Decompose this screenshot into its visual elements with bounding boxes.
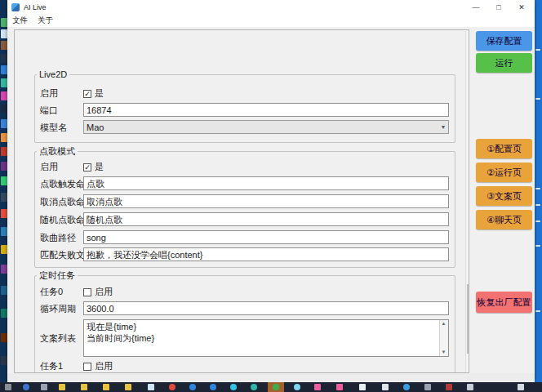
taskbar-app-icon[interactable]	[446, 384, 452, 390]
live2d-enable-checkbox[interactable]: ✓	[83, 90, 91, 98]
taskbar-app-icon[interactable]	[230, 384, 237, 390]
desktop-text-fragment	[535, 245, 540, 247]
group-live2d-title: Live2D	[37, 69, 69, 79]
desktop-text-fragment	[535, 220, 540, 222]
port-input[interactable]: 16874	[83, 103, 449, 117]
task0-label: 任务0	[40, 286, 63, 297]
title-bar[interactable]: AI Live	[7, 0, 535, 15]
scroll-up-icon[interactable]: ▲	[440, 320, 447, 327]
group-song-title: 点歌模式	[37, 145, 78, 158]
chevron-down-icon: ▾	[442, 122, 445, 133]
song-enable-label: 启用	[40, 161, 58, 172]
scroll-down-icon[interactable]: ▼	[467, 363, 469, 372]
task0-textarea-scrollbar[interactable]: ▲ ▼	[439, 320, 448, 356]
scroll-up-icon[interactable]: ▲	[467, 31, 469, 40]
factory-reset-button[interactable]: 恢复出厂配置	[476, 292, 532, 313]
maximize-button[interactable]: □	[487, 0, 510, 15]
song-path-label: 歌曲路径	[40, 232, 76, 243]
save-config-button[interactable]: 保存配置	[476, 31, 532, 51]
taskbar-app-icon[interactable]	[424, 384, 431, 390]
taskbar-app-icon[interactable]	[41, 384, 47, 390]
menu-about[interactable]: 关于	[33, 15, 58, 27]
task0-cycle-label: 循环周期	[40, 303, 76, 314]
taskbar-app-icon[interactable]	[336, 384, 343, 390]
song-enable-checkbox[interactable]: ✓	[83, 163, 91, 172]
song-random-input[interactable]: 随机点歌	[83, 212, 449, 226]
taskbar-app-icon[interactable]	[81, 384, 87, 390]
model-select-value: Mao	[87, 122, 104, 132]
task0-cycle-input[interactable]: 3600.0	[83, 301, 449, 315]
taskbar-app-icon[interactable]	[382, 384, 389, 390]
taskbar-app-icon[interactable]	[189, 384, 196, 390]
nav-config-page-button[interactable]: ①配置页	[476, 139, 532, 158]
taskbar-app-icon[interactable]	[103, 384, 109, 390]
task0-enable-row: 启用	[83, 286, 113, 298]
nav-run-page-button[interactable]: ②运行页	[476, 163, 532, 182]
song-fail-input[interactable]: 抱歉，我还没学会唱{content}	[83, 247, 449, 261]
scroll-down-icon[interactable]: ▼	[440, 349, 447, 356]
song-cancel-input[interactable]: 取消点歌	[83, 194, 449, 208]
task1-enable-label: 启用	[95, 360, 113, 372]
desktop-text-fragment	[535, 204, 540, 206]
port-label: 端口	[40, 105, 58, 116]
task0-list-label: 文案列表	[40, 332, 76, 344]
taskbar-app-icon[interactable]	[359, 384, 366, 390]
panel-scrollbar[interactable]: ▲ ▼	[465, 31, 469, 372]
desktop-text-fragment	[535, 310, 540, 312]
group-timer-title: 定时任务	[37, 270, 78, 282]
taskbar-app-icon[interactable]	[210, 384, 216, 390]
song-enable-row: ✓ 是	[83, 161, 104, 173]
window-bottom-edge	[7, 373, 535, 382]
close-button[interactable]: ✕	[510, 0, 533, 15]
taskbar-app-icon[interactable]	[294, 384, 300, 390]
window-title: AI Live	[24, 3, 47, 11]
song-enable-value: 是	[95, 161, 104, 173]
minimize-button[interactable]: —	[464, 0, 487, 15]
scrollbar-thumb[interactable]	[467, 284, 469, 354]
taskbar-app-icon[interactable]	[23, 384, 29, 390]
task1-enable-row: 启用	[83, 360, 113, 372]
taskbar-app-icon[interactable]	[169, 384, 175, 390]
live2d-enable-row: ✓ 是	[83, 87, 104, 100]
live2d-enable-label: 启用	[40, 87, 58, 99]
live2d-enable-value: 是	[95, 87, 104, 100]
taskbar-app-icon[interactable]	[251, 384, 257, 390]
desktop-text-fragment	[535, 98, 540, 100]
model-label: 模型名	[40, 122, 67, 133]
config-panel: Live2D 启用 ✓ 是 端口 16874 模型名 Mao ▾ 点歌模式 启用…	[14, 29, 469, 373]
task0-enable-label: 启用	[95, 286, 113, 298]
song-path-input[interactable]: song	[83, 230, 449, 244]
taskbar-app-icon[interactable]	[518, 384, 524, 390]
task1-enable-checkbox[interactable]	[83, 363, 91, 371]
taskbar-app-icon[interactable]	[314, 384, 321, 390]
app-window: AI Live — □ ✕ 文件 关于 Live2D 启用 ✓ 是 端口 168…	[7, 0, 535, 382]
run-button[interactable]: 运行	[476, 53, 532, 73]
taskbar-app-icon[interactable]	[403, 384, 410, 390]
model-select[interactable]: Mao ▾	[83, 120, 449, 134]
task0-list-textarea[interactable]: 现在是{time} 当前时间为{time} ▲ ▼	[83, 319, 449, 357]
taskbar-app-icon[interactable]	[148, 384, 154, 390]
task1-label: 任务1	[40, 360, 63, 372]
task0-enable-checkbox[interactable]	[83, 288, 91, 296]
taskbar-app-icon[interactable]	[5, 384, 11, 390]
desktop-text-fragment	[535, 49, 540, 51]
desktop-text-fragment	[535, 188, 540, 189]
nav-copy-page-button[interactable]: ③文案页	[476, 186, 532, 206]
app-icon	[11, 3, 20, 11]
menu-bar: 文件 关于	[7, 15, 535, 27]
nav-chat-page-button[interactable]: ④聊天页	[476, 210, 532, 229]
song-trigger-input[interactable]: 点歌	[83, 176, 449, 190]
taskbar-app-icon[interactable]	[273, 384, 279, 390]
taskbar-app-icon[interactable]	[59, 384, 65, 390]
desktop-right-strip	[535, 0, 542, 382]
menu-file[interactable]: 文件	[7, 15, 33, 27]
taskbar[interactable]	[0, 382, 542, 392]
taskbar-app-icon[interactable]	[125, 384, 131, 390]
taskbar-app-icon[interactable]	[467, 384, 473, 390]
